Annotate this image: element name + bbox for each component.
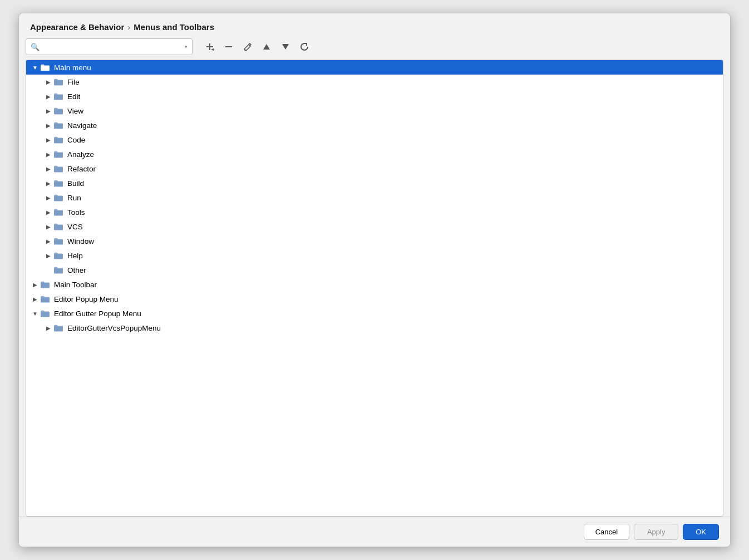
tree-item[interactable]: ▶ Run (26, 190, 723, 205)
bottom-bar: Cancel Apply OK (19, 517, 730, 547)
tree-item-label: Window (67, 237, 94, 245)
tree-item-label: Code (67, 136, 85, 144)
expand-arrow-icon[interactable]: ▶ (44, 151, 53, 158)
tree-item-label: Editor Gutter Popup Menu (54, 310, 141, 318)
tree-item-label: Refactor (67, 165, 96, 173)
tree-item-label: Navigate (67, 121, 97, 130)
tree-item[interactable]: ▶ Analyze (26, 147, 723, 161)
expand-arrow-icon[interactable]: ▶ (31, 282, 40, 288)
search-dropdown-icon[interactable]: ▾ (185, 44, 188, 50)
search-icon: 🔍 (31, 43, 40, 51)
folder-icon (53, 92, 64, 101)
folder-icon (53, 77, 64, 86)
expand-arrow-icon[interactable]: ▶ (44, 180, 53, 186)
restore-button[interactable] (296, 39, 313, 55)
folder-icon (53, 179, 64, 188)
folder-icon (53, 237, 64, 245)
folder-icon (53, 208, 64, 217)
tree-item-label: Main menu (54, 63, 91, 72)
expand-arrow-icon[interactable]: ▶ (44, 79, 53, 85)
move-up-button[interactable] (258, 39, 275, 55)
tree-item[interactable]: ▶ Help (26, 248, 723, 263)
tree-item[interactable]: ▶ Code (26, 132, 723, 147)
edit-button[interactable] (239, 39, 256, 55)
folder-icon (53, 106, 64, 115)
tree-item-label: Edit (67, 92, 80, 101)
breadcrumb: Appearance & Behavior › Menus and Toolba… (19, 13, 730, 36)
menu-tree[interactable]: ▼ Main menu▶ File▶ Edit▶ View▶ Navigate▶… (26, 60, 723, 517)
tree-item-label: Build (67, 179, 84, 188)
folder-icon (53, 266, 64, 274)
tree-item-label: View (67, 107, 83, 115)
tree-item[interactable]: ▶ Main Toolbar (26, 277, 723, 292)
tree-item-label: VCS (67, 223, 83, 231)
tree-item[interactable]: ▼ Main menu (26, 60, 723, 75)
expand-arrow-icon[interactable]: ▶ (44, 195, 53, 201)
tree-item-label: Other (67, 266, 86, 274)
tree-item-label: EditorGutterVcsPopupMenu (67, 324, 161, 332)
tree-item-label: Help (67, 252, 83, 260)
folder-icon (53, 323, 64, 332)
tree-item[interactable]: ▶ Tools (26, 205, 723, 219)
breadcrumb-part1: Appearance & Behavior (30, 22, 124, 32)
expand-arrow-icon[interactable]: ▼ (31, 65, 40, 71)
tree-item[interactable]: ▶ Window (26, 234, 723, 248)
folder-icon (40, 294, 51, 303)
search-input[interactable] (42, 43, 183, 51)
expand-arrow-icon[interactable]: ▶ (44, 166, 53, 172)
move-down-button[interactable] (277, 39, 294, 55)
folder-icon (40, 63, 51, 72)
folder-icon (40, 280, 51, 289)
folder-icon (53, 121, 64, 130)
expand-arrow-icon[interactable]: ▼ (31, 311, 40, 317)
tree-item[interactable]: ▶ Editor Popup Menu (26, 292, 723, 306)
expand-arrow-icon[interactable]: ▶ (44, 325, 53, 331)
expand-arrow-icon[interactable]: ▶ (44, 238, 53, 244)
tree-item-label: Analyze (67, 150, 94, 159)
tree-item[interactable]: ▶ EditorGutterVcsPopupMenu (26, 321, 723, 335)
apply-button[interactable]: Apply (634, 524, 678, 540)
tree-item[interactable]: ▶ Other (26, 263, 723, 277)
expand-arrow-icon[interactable]: ▶ (44, 224, 53, 230)
tree-item[interactable]: ▶ Refactor (26, 161, 723, 176)
tree-item[interactable]: ▶ Build (26, 176, 723, 190)
remove-button[interactable] (220, 39, 237, 55)
tree-item-label: Tools (67, 208, 85, 217)
tree-item[interactable]: ▶ View (26, 104, 723, 118)
folder-icon (53, 222, 64, 231)
folder-icon (53, 135, 64, 144)
expand-arrow-icon[interactable]: ▶ (44, 209, 53, 215)
settings-dialog: Appearance & Behavior › Menus and Toolba… (18, 13, 731, 547)
tree-item-label: File (67, 78, 80, 86)
tree-item[interactable]: ▶ File (26, 75, 723, 89)
folder-icon (53, 164, 64, 173)
ok-button[interactable]: OK (683, 524, 719, 540)
expand-arrow-icon[interactable]: ▶ (44, 137, 53, 143)
cancel-button[interactable]: Cancel (584, 524, 629, 540)
tree-item-label: Main Toolbar (54, 281, 97, 289)
tree-item[interactable]: ▶ VCS (26, 219, 723, 234)
add-button[interactable] (201, 39, 218, 55)
expand-arrow-icon[interactable]: ▶ (44, 108, 53, 114)
folder-icon (40, 309, 51, 318)
toolbar: 🔍 ▾ (19, 36, 730, 60)
expand-arrow-icon[interactable]: ▶ (31, 296, 40, 302)
svg-marker-7 (282, 44, 289, 50)
tree-item[interactable]: ▶ Navigate (26, 118, 723, 132)
folder-icon (53, 193, 64, 202)
folder-icon (53, 150, 64, 159)
expand-arrow-icon[interactable]: ▶ (44, 253, 53, 259)
breadcrumb-part2: Menus and Toolbars (134, 22, 214, 32)
tree-item[interactable]: ▼ Editor Gutter Popup Menu (26, 306, 723, 321)
expand-arrow-icon[interactable]: ▶ (44, 94, 53, 100)
svg-marker-6 (263, 44, 270, 50)
folder-icon (53, 251, 64, 260)
tree-item-label: Editor Popup Menu (54, 295, 119, 303)
expand-arrow-icon[interactable]: ▶ (44, 122, 53, 129)
tree-item[interactable]: ▶ Edit (26, 89, 723, 104)
search-box[interactable]: 🔍 ▾ (26, 38, 193, 55)
breadcrumb-separator: › (127, 22, 130, 32)
tree-item-label: Run (67, 194, 81, 202)
